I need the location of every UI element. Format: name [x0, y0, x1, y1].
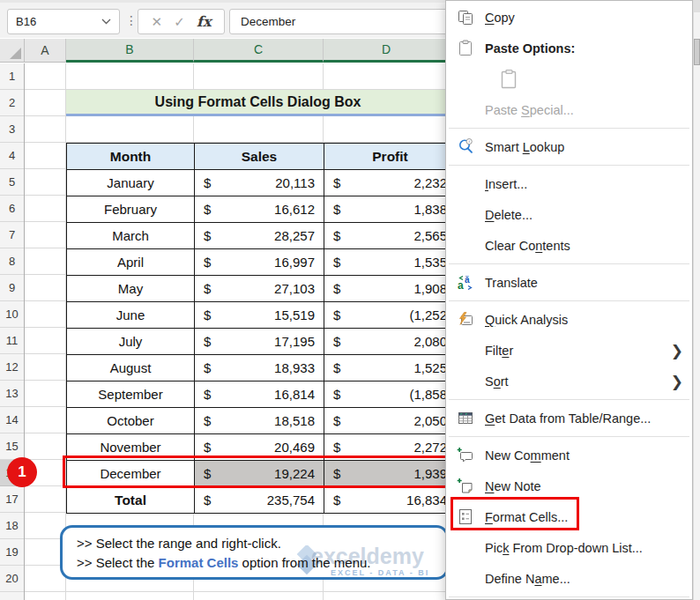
row-header-14[interactable]: 14 — [0, 407, 24, 433]
menu-item-filter[interactable]: Filter❯ — [446, 335, 692, 366]
menu-item-quick-analysis[interactable]: Quick Analysis — [446, 304, 692, 335]
insert-function-icon[interactable]: fx — [197, 13, 211, 30]
cell-sales-july[interactable]: $17,195 — [195, 329, 324, 355]
enter-icon[interactable]: ✓ — [174, 15, 185, 28]
table-header-month[interactable]: Month — [67, 144, 195, 170]
menu-item-insert[interactable]: Insert... — [446, 168, 692, 199]
cell-month-august[interactable]: August — [67, 355, 195, 381]
row-header-13[interactable]: 13 — [0, 381, 24, 407]
column-header-a[interactable]: A — [25, 39, 66, 63]
menu-item-clear-contents[interactable]: Clear Contents — [446, 230, 692, 261]
cell-profit-april[interactable]: $1,535 — [324, 249, 457, 276]
cell-profit-june[interactable]: $(1,252 — [324, 302, 457, 329]
cell-month-march[interactable]: March — [67, 223, 195, 249]
row-header-11[interactable]: 11 — [0, 328, 24, 354]
menu-item-define-name[interactable]: Define Name... — [446, 563, 692, 594]
cell-month-january[interactable]: January — [67, 170, 195, 196]
row-header-10[interactable]: 10 — [0, 301, 24, 328]
worksheet-title-cell[interactable]: Using Format Cells Dialog Box — [66, 90, 450, 116]
cell-month-february[interactable]: February — [67, 196, 195, 223]
cell-profit-february[interactable]: $1,838 — [324, 196, 457, 223]
smart-lookup-icon: i — [446, 137, 485, 156]
cell-profit-august[interactable]: $1,525 — [324, 355, 457, 381]
menu-item-translate[interactable]: aǎTranslate — [446, 267, 692, 298]
cell-month-may[interactable]: May — [67, 276, 195, 302]
menu-item-label: Format Cells... — [485, 510, 692, 524]
cell-sales-june[interactable]: $15,519 — [195, 302, 324, 329]
cell-profit-january[interactable]: $2,232 — [324, 170, 457, 196]
cell-profit-october[interactable]: $2,050 — [324, 408, 457, 434]
row-header-5[interactable]: 5 — [0, 169, 24, 196]
menu-item-copy[interactable]: Copy — [446, 2, 692, 33]
column-header-d[interactable]: D — [324, 39, 450, 63]
menu-item-new-note[interactable]: New Note — [446, 470, 692, 501]
menu-item-new-comment[interactable]: New Comment — [446, 440, 692, 470]
cell-profit-march[interactable]: $2,565 — [324, 223, 457, 249]
row-header-4[interactable]: 4 — [0, 143, 24, 169]
row-header-15[interactable]: 15 — [0, 433, 24, 460]
cell-total-sales[interactable]: $235,754 — [195, 487, 324, 514]
menu-separator — [446, 594, 692, 600]
cell-profit-september[interactable]: $(1,858 — [324, 381, 457, 408]
row-header-8[interactable]: 8 — [0, 248, 24, 275]
menu-item-smart-lookup[interactable]: iSmart Lookup — [446, 131, 692, 162]
paste-button[interactable] — [446, 63, 692, 94]
table-row: August$18,933$1,525 — [67, 355, 457, 381]
row-header-19[interactable]: 19 — [0, 539, 24, 566]
cell-month-july[interactable]: July — [67, 329, 195, 355]
menu-item-paste-special[interactable]: Paste Special... — [446, 94, 692, 125]
cell-sales-april[interactable]: $16,997 — [195, 249, 324, 276]
menu-item-paste-options[interactable]: Paste Options: — [446, 33, 692, 63]
menu-item-label: Copy — [485, 11, 692, 25]
cell-total-profit[interactable]: $16,834 — [324, 487, 457, 514]
menu-item-get-data-from-table-range[interactable]: Get Data from Table/Range... — [446, 403, 692, 433]
select-all-corner[interactable] — [0, 39, 25, 63]
menu-item-pick-from-drop-down-list[interactable]: Pick From Drop-down List... — [446, 532, 692, 563]
row-header-1[interactable]: 1 — [0, 63, 24, 90]
menu-item-label: Get Data from Table/Range... — [485, 411, 692, 426]
column-header-c[interactable]: C — [194, 39, 324, 63]
row-header-9[interactable]: 9 — [0, 275, 24, 301]
cell-sales-september[interactable]: $16,814 — [195, 381, 324, 408]
cell-sales-march[interactable]: $28,257 — [195, 223, 324, 249]
row-header-17[interactable]: 17 — [0, 486, 24, 513]
clipboard-icon — [446, 40, 485, 56]
select-all-triangle-icon — [10, 48, 21, 59]
name-box[interactable]: B16 — [7, 9, 120, 34]
row-header-12[interactable]: 12 — [0, 354, 24, 381]
table-total-row: Total$235,754$16,834 — [67, 487, 457, 514]
column-header-b[interactable]: B — [66, 39, 194, 63]
table-row: June$15,519$(1,252 — [67, 302, 457, 329]
cell-sales-august[interactable]: $18,933 — [195, 355, 324, 381]
cancel-icon[interactable]: ✕ — [152, 15, 163, 28]
cell-total-label[interactable]: Total — [67, 487, 195, 514]
table-header-sales[interactable]: Sales — [195, 144, 324, 170]
cell-profit-july[interactable]: $2,080 — [324, 329, 457, 355]
table-row: October$18,518$2,050 — [67, 408, 457, 434]
vertical-scrollbar[interactable] — [693, 0, 700, 600]
row-header-6[interactable]: 6 — [0, 196, 24, 222]
menu-item-format-cells[interactable]: Format Cells... — [446, 501, 692, 532]
row-header-7[interactable]: 7 — [0, 222, 24, 248]
row-header-3[interactable]: 3 — [0, 116, 24, 143]
row-header-2[interactable]: 2 — [0, 90, 24, 116]
chevron-down-icon[interactable] — [101, 19, 111, 25]
cell-profit-may[interactable]: $1,908 — [324, 276, 457, 302]
cell-sales-february[interactable]: $16,612 — [195, 196, 324, 223]
cell-sales-may[interactable]: $27,103 — [195, 276, 324, 302]
menu-item-label: Clear Contents — [485, 239, 692, 253]
table-header-profit[interactable]: Profit — [324, 144, 457, 170]
scrollbar-thumb[interactable] — [694, 39, 700, 65]
row-header-20[interactable]: 20 — [0, 566, 24, 592]
cell-month-june[interactable]: June — [67, 302, 195, 329]
cell-month-october[interactable]: October — [67, 408, 195, 434]
svg-text:a: a — [458, 279, 464, 292]
menu-item-sort[interactable]: Sort❯ — [446, 366, 692, 396]
cell-sales-october[interactable]: $18,518 — [195, 408, 324, 434]
row-header-18[interactable]: 18 — [0, 513, 24, 539]
menu-item-delete[interactable]: Delete... — [446, 199, 692, 230]
cell-sales-january[interactable]: $20,113 — [195, 170, 324, 196]
cell-month-april[interactable]: April — [67, 249, 195, 276]
submenu-arrow-icon: ❯ — [671, 342, 683, 359]
cell-month-september[interactable]: September — [67, 381, 195, 408]
